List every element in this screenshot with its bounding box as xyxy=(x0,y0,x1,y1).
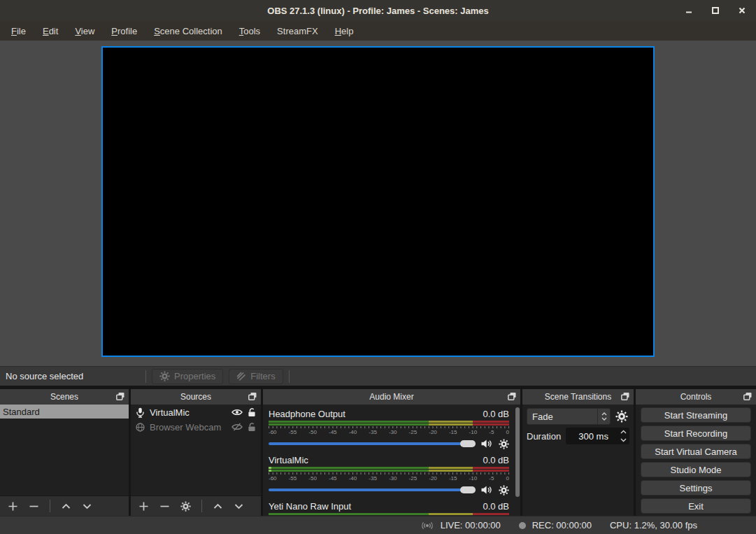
popout-icon[interactable] xyxy=(507,392,517,401)
meter-tickmarks xyxy=(269,426,509,428)
sources-footer-toolbar xyxy=(131,496,261,516)
channel-name: Headphone Output xyxy=(269,409,345,419)
chevron-down-icon xyxy=(620,438,627,442)
meter-tick-labels: -60-55-50-45-40-35-30-25-20-15-10-50 xyxy=(269,475,509,482)
channel-name: Yeti Nano Raw Input xyxy=(269,501,351,512)
menu-view[interactable]: View xyxy=(66,23,103,39)
filter-icon xyxy=(236,372,246,381)
move-source-down-button[interactable] xyxy=(234,501,244,512)
properties-button[interactable]: Properties xyxy=(152,369,223,384)
transition-gear-button[interactable] xyxy=(614,409,629,424)
title-bar: OBS 27.1.3 (linux) - Profile: James - Sc… xyxy=(0,0,756,21)
remove-scene-button[interactable] xyxy=(29,501,39,512)
menu-bar: File Edit View Profile Scene Collection … xyxy=(0,21,756,41)
preview-canvas[interactable] xyxy=(101,46,655,357)
scenes-title: Scenes xyxy=(50,392,78,402)
scene-item-standard[interactable]: Standard xyxy=(0,405,129,419)
exit-button[interactable]: Exit xyxy=(641,498,751,514)
microphone-icon xyxy=(136,407,145,418)
live-timer: LIVE: 00:00:00 xyxy=(441,520,501,531)
volume-meter xyxy=(269,467,509,472)
minimize-button[interactable] xyxy=(685,6,693,15)
duration-spinner[interactable] xyxy=(620,430,627,442)
menu-scene-collection[interactable]: Scene Collection xyxy=(145,23,231,39)
chevron-up-icon xyxy=(620,430,627,434)
popout-icon[interactable] xyxy=(115,392,125,401)
move-source-up-button[interactable] xyxy=(213,501,223,512)
maximize-button[interactable] xyxy=(711,6,720,15)
popout-icon[interactable] xyxy=(248,392,257,401)
speaker-icon[interactable] xyxy=(480,439,492,449)
popout-icon[interactable] xyxy=(743,392,753,401)
unlock-icon[interactable] xyxy=(248,422,256,432)
globe-icon xyxy=(136,423,145,432)
start-recording-button[interactable]: Start Recording xyxy=(641,426,751,441)
scene-transitions-panel: Scene Transitions Fade Duration xyxy=(522,389,634,516)
source-status-text: No source selected xyxy=(6,371,140,381)
mixer-channel-headphone-output: Headphone Output 0.0 dB -60-55-50-45-40-… xyxy=(269,407,509,451)
rec-timer: REC: 00:00:00 xyxy=(532,520,592,531)
speaker-icon[interactable] xyxy=(480,485,492,495)
move-scene-up-button[interactable] xyxy=(61,501,71,512)
transition-select[interactable]: Fade xyxy=(527,408,611,425)
add-source-button[interactable] xyxy=(138,501,149,512)
menu-streamfx[interactable]: StreamFX xyxy=(269,23,327,39)
cpu-fps-stats: CPU: 1.2%, 30.00 fps xyxy=(610,520,697,531)
controls-header[interactable]: Controls xyxy=(636,389,756,405)
scene-transitions-title: Scene Transitions xyxy=(545,392,611,402)
scenes-list: Standard xyxy=(0,405,129,516)
start-streaming-button[interactable]: Start Streaming xyxy=(641,407,751,423)
controls-panel: Controls Start Streaming Start Recording… xyxy=(636,389,756,516)
menu-file[interactable]: File xyxy=(3,23,34,39)
controls-title: Controls xyxy=(680,392,712,402)
visible-eye-icon[interactable] xyxy=(231,408,243,416)
start-virtual-camera-button[interactable]: Start Virtual Camera xyxy=(641,444,751,459)
hidden-eye-slash-icon[interactable] xyxy=(231,423,243,431)
sources-list: VirtualMic Browser Webcam xyxy=(131,405,261,516)
add-scene-button[interactable] xyxy=(8,501,18,512)
volume-slider[interactable] xyxy=(269,489,474,491)
status-bar: LIVE: 00:00:00 REC: 00:00:00 CPU: 1.2%, … xyxy=(0,516,756,534)
channel-level: 0.0 dB xyxy=(483,455,509,465)
menu-edit[interactable]: Edit xyxy=(34,23,66,39)
remove-source-button[interactable] xyxy=(159,501,170,512)
settings-button[interactable]: Settings xyxy=(641,480,751,496)
volume-slider-handle[interactable] xyxy=(460,486,476,493)
channel-name: VirtualMic xyxy=(269,455,308,465)
duration-spinbox[interactable]: 300 ms xyxy=(566,428,629,444)
source-toolbar: No source selected Properties Filters xyxy=(0,366,756,386)
channel-gear-icon[interactable] xyxy=(499,485,509,496)
source-label: Browser Webcam xyxy=(150,422,227,433)
popout-icon[interactable] xyxy=(620,392,630,401)
window-title: OBS 27.1.3 (linux) - Profile: James - Sc… xyxy=(267,6,488,16)
main-area xyxy=(0,41,756,366)
sources-header[interactable]: Sources xyxy=(131,389,261,405)
move-scene-down-button[interactable] xyxy=(82,501,92,512)
mixer-scrollbar[interactable] xyxy=(515,407,520,497)
filters-button[interactable]: Filters xyxy=(229,369,283,384)
source-label: VirtualMic xyxy=(150,407,227,418)
menu-tools[interactable]: Tools xyxy=(231,23,269,39)
channel-level: 0.0 dB xyxy=(483,501,509,512)
volume-slider-handle[interactable] xyxy=(460,440,476,447)
studio-mode-button[interactable]: Studio Mode xyxy=(641,462,751,477)
unlock-icon[interactable] xyxy=(248,407,256,417)
audio-mixer-header[interactable]: Audio Mixer xyxy=(263,389,520,405)
close-button[interactable] xyxy=(738,6,746,15)
source-row-virtualmic[interactable]: VirtualMic xyxy=(131,405,261,419)
scenes-header[interactable]: Scenes xyxy=(0,389,129,405)
source-properties-gear-icon[interactable] xyxy=(180,501,191,512)
window-controls xyxy=(685,0,746,21)
channel-gear-icon[interactable] xyxy=(499,439,509,449)
chevron-down-icon xyxy=(601,417,607,421)
filters-label: Filters xyxy=(250,371,275,381)
menu-profile[interactable]: Profile xyxy=(103,23,145,39)
volume-slider[interactable] xyxy=(269,442,474,445)
transition-selected-value: Fade xyxy=(527,412,597,422)
scene-transitions-body: Fade Duration 300 ms xyxy=(522,405,634,516)
source-row-browser-webcam[interactable]: Browser Webcam xyxy=(131,420,261,434)
record-dot-icon xyxy=(519,522,526,529)
scene-transitions-header[interactable]: Scene Transitions xyxy=(522,389,634,405)
select-spinner[interactable] xyxy=(597,409,610,424)
menu-help[interactable]: Help xyxy=(327,23,362,39)
